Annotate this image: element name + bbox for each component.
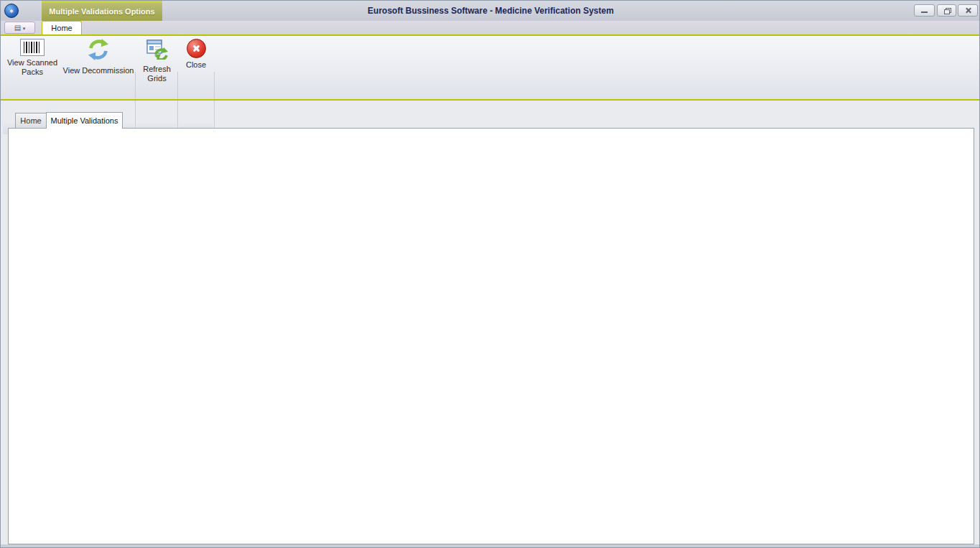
refresh-grid-icon: [146, 38, 168, 60]
button-label: Packs: [22, 68, 43, 76]
quick-access-toolbar[interactable]: ▤ ▾: [4, 22, 35, 34]
button-label: View Decommission: [63, 66, 134, 75]
button-label: Refresh: [143, 65, 171, 73]
page-tab-multiple-validations[interactable]: Multiple Validations: [46, 112, 123, 129]
refresh-grids-button[interactable]: RefreshGrids: [137, 37, 177, 88]
minimize-icon: [921, 11, 928, 13]
multiple-validations-page: [8, 128, 974, 544]
minimize-button[interactable]: [914, 4, 935, 17]
page-tab-home[interactable]: Home: [15, 113, 47, 129]
restore-icon: [944, 8, 950, 13]
view-decommission-button[interactable]: View Decommission: [62, 37, 134, 88]
contextual-tab-group: Multiple Validations Options: [42, 1, 162, 21]
window-bottom-border: [1, 544, 980, 548]
close-button[interactable]: Close: [179, 37, 213, 88]
group-separator: [135, 72, 136, 134]
button-label: Grids: [147, 74, 166, 83]
close-window-button[interactable]: [958, 4, 978, 17]
title-bar: ✶ Eurosoft Bussiness Software - Medicine…: [1, 1, 980, 21]
close-icon: [965, 7, 971, 14]
button-label: Close: [186, 60, 206, 69]
barcode-icon: [20, 39, 45, 56]
button-label: View Scanned: [7, 58, 57, 67]
window-layout-icon: ▤: [14, 24, 21, 32]
ribbon: View ScannedPacks View Decommission: [1, 36, 980, 99]
group-separator: [214, 72, 215, 134]
restore-button[interactable]: [937, 4, 956, 17]
close-red-icon: [187, 39, 206, 58]
view-scanned-packs-button[interactable]: View ScannedPacks: [4, 37, 61, 88]
recycle-arrows-icon: [85, 38, 111, 61]
group-separator: [177, 72, 178, 134]
app-window: ✶ Eurosoft Bussiness Software - Medicine…: [0, 0, 980, 548]
ribbon-bottom-line: [1, 99, 980, 101]
chevron-down-icon: ▾: [23, 26, 26, 31]
ribbon-tab-row: [1, 21, 980, 34]
ribbon-tab-home[interactable]: Home: [42, 21, 82, 34]
